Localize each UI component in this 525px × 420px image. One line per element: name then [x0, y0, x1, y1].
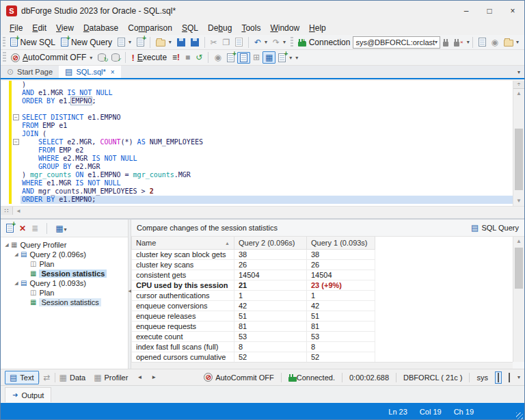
- new-query-button[interactable]: New Query: [58, 36, 115, 49]
- execute-to-file-button[interactable]: [476, 36, 489, 48]
- history-button[interactable]: ↺: [193, 51, 205, 64]
- stop-button[interactable]: ■: [183, 51, 193, 64]
- clear-results-icon[interactable]: ≣: [31, 224, 38, 233]
- stats-row[interactable]: consistent gets1450414504: [132, 270, 375, 280]
- next-view-button[interactable]: ►: [146, 373, 161, 382]
- code-line[interactable]: −SELECT DISTINCT e1.EMPNO: [1, 114, 513, 122]
- dropdown-icon[interactable]: ▾: [283, 39, 286, 45]
- resize-grip[interactable]: [516, 412, 523, 419]
- execute-button[interactable]: ! Execute: [129, 51, 170, 64]
- tree-item-session-statistics[interactable]: ▦Session statistics: [1, 269, 128, 278]
- menu-view[interactable]: View: [51, 22, 79, 34]
- code-line[interactable]: GROUP BY e2.MGR: [1, 163, 513, 171]
- stats-row[interactable]: CPU used by this session2123 (+9%): [132, 280, 375, 290]
- grid-horizontal-scrollbar[interactable]: [131, 362, 513, 369]
- dropdown-icon[interactable]: ▾: [289, 55, 292, 61]
- query-profiler-toggle[interactable]: [237, 52, 250, 64]
- layout-single-button[interactable]: [495, 371, 502, 384]
- menu-database[interactable]: Database: [79, 22, 123, 34]
- new-object-button[interactable]: [134, 36, 147, 48]
- expand-icon[interactable]: ◢: [3, 242, 10, 248]
- delete-result-icon[interactable]: ✕: [19, 224, 26, 233]
- toolbar-grip[interactable]: [3, 37, 5, 48]
- grid-vertical-scrollbar[interactable]: ▲: [513, 237, 524, 362]
- statistics-grid[interactable]: Name▲Query 2 (0.096s)Query 1 (0.093s)clu…: [131, 237, 513, 362]
- code-line[interactable]: FROM EMP e2: [1, 146, 513, 155]
- menu-comparison[interactable]: Comparison: [123, 22, 177, 34]
- toolbar-overflow-icon[interactable]: ▾: [516, 39, 519, 45]
- new-connection-button[interactable]: [295, 37, 306, 48]
- scroll-thumb[interactable]: [515, 129, 523, 190]
- menu-debug[interactable]: Debug: [203, 22, 237, 34]
- scroll-up-icon[interactable]: ▲: [513, 89, 524, 99]
- code-line[interactable]: WHERE e1.MGR IS NOT NULL: [1, 179, 513, 187]
- scroll-thumb[interactable]: [515, 248, 523, 289]
- scroll-down-icon[interactable]: ▼: [513, 196, 524, 206]
- open-security-manager-button[interactable]: [501, 36, 516, 48]
- new-sql-button[interactable]: New SQL: [8, 36, 58, 49]
- fold-marker[interactable]: −: [12, 114, 21, 122]
- tree-item-query-profiler[interactable]: ◢▦Query Profiler: [1, 240, 128, 250]
- view-text-button[interactable]: ▤ Text: [5, 371, 39, 384]
- sql-editor[interactable]: )AND e1.MGR IS NOT NULLORDER BY e1.EMPNO…: [1, 81, 524, 206]
- disconnect-button[interactable]: ×: [451, 37, 466, 48]
- chevron-down-icon[interactable]: ▾: [435, 39, 438, 45]
- minimize-button[interactable]: –: [455, 1, 478, 21]
- menu-help[interactable]: Help: [304, 22, 331, 34]
- stats-row[interactable]: enqueue requests8181: [132, 321, 375, 331]
- visual-view-toggle[interactable]: ▦: [262, 51, 275, 64]
- redo-button[interactable]: ↷▾: [270, 36, 288, 49]
- open-file-button[interactable]: ▾: [153, 36, 174, 48]
- new-snippet-button[interactable]: ▾: [275, 52, 295, 64]
- expand-icon[interactable]: ◢: [13, 252, 20, 257]
- maximize-button[interactable]: □: [478, 1, 501, 21]
- toolbar-grip[interactable]: [291, 37, 293, 48]
- execute-script-button[interactable]: ≡!: [170, 51, 183, 64]
- sql-query-button[interactable]: ▤ SQL Query: [471, 223, 519, 233]
- menu-tools[interactable]: Tools: [237, 22, 265, 34]
- column-header-query1[interactable]: Query 1 (0.093s): [307, 237, 375, 249]
- dropdown-icon[interactable]: ▾: [90, 55, 92, 61]
- tab-list-icon[interactable]: ▾: [517, 69, 520, 75]
- tab-close-icon[interactable]: ×: [111, 68, 115, 76]
- toolbar-grip[interactable]: [3, 52, 6, 63]
- view-profiler-button[interactable]: ▦ Profiler: [90, 371, 132, 384]
- new-profiling-result-icon[interactable]: [6, 224, 14, 233]
- snapshot-camera-button[interactable]: ◉: [211, 51, 224, 64]
- tab-sql-document[interactable]: ▤ SQL.sql* ×: [59, 66, 121, 78]
- code-line[interactable]: [1, 105, 513, 114]
- overflow-icon[interactable]: ▾: [467, 39, 470, 45]
- stats-row[interactable]: opened cursors cumulative5252: [132, 352, 375, 362]
- swap-view-button[interactable]: ⇄: [40, 371, 55, 384]
- code-line[interactable]: WHERE e2.MGR IS NOT NULL: [1, 155, 513, 163]
- prev-view-button[interactable]: ◄: [132, 373, 146, 382]
- attach-profile-button[interactable]: [224, 52, 237, 64]
- tab-start-page[interactable]: ⊙ Start Page: [1, 66, 59, 78]
- code-line[interactable]: AND mgr_counts.NUM_EMPLOYEES > 2: [1, 187, 513, 196]
- stats-row[interactable]: index fast full scans (full)88: [132, 341, 375, 352]
- close-button[interactable]: ×: [501, 1, 524, 21]
- layout-split-button[interactable]: [506, 371, 513, 384]
- connection-combobox[interactable]: sys@DBFORCL:orclast ▾: [353, 36, 440, 49]
- stats-row[interactable]: cursor authentications11: [132, 290, 375, 300]
- stats-row[interactable]: cluster key scans2626: [132, 259, 375, 270]
- statusbar-autocommit[interactable]: ⊘ AutoCommit OFF: [201, 373, 277, 382]
- stats-row[interactable]: enqueue releases5151: [132, 311, 375, 321]
- cut-button[interactable]: ✂: [207, 36, 219, 49]
- commit-button[interactable]: ↻: [95, 52, 109, 63]
- query-builder-button[interactable]: ⊞: [250, 51, 262, 64]
- connection-status[interactable]: Connected.: [286, 373, 338, 382]
- splitter-handle[interactable]: ∷: [1, 207, 13, 215]
- tree-item-plan[interactable]: ◫Plan: [1, 288, 128, 298]
- copy-button[interactable]: ❐: [219, 36, 232, 49]
- code-line[interactable]: ): [1, 81, 513, 89]
- splitter-handle[interactable]: ÷: [513, 81, 524, 89]
- tree-item-query-1-0-093s-[interactable]: ◢▤Query 1 (0.093s): [1, 278, 128, 288]
- profiler-tree[interactable]: ◢▦Query Profiler◢▤Query 2 (0.096s)◫Plan▦…: [1, 237, 128, 369]
- stats-row[interactable]: enqueue conversions4242: [132, 300, 375, 311]
- editor-vertical-scrollbar[interactable]: ÷ ▲ ▼: [513, 81, 524, 206]
- tree-item-plan[interactable]: ◫Plan: [1, 259, 128, 269]
- dropdown-icon[interactable]: ▾: [265, 39, 267, 45]
- code-line[interactable]: AND e1.MGR IS NOT NULL: [1, 89, 513, 97]
- tree-item-session-statistics[interactable]: ▦Session statistics: [1, 298, 128, 307]
